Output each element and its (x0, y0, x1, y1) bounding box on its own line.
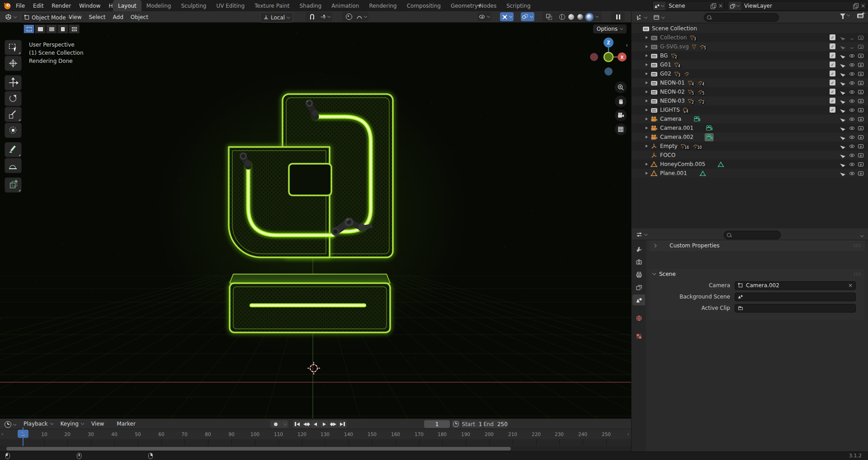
jump-to-start-button[interactable] (293, 420, 302, 428)
rendered-shading-button[interactable] (586, 14, 592, 20)
properties-tab[interactable] (632, 244, 645, 255)
start-frame-field[interactable]: Start1 (462, 420, 482, 428)
timeline-scrollbar[interactable] (0, 446, 631, 451)
tool-button[interactable] (5, 91, 22, 106)
outliner-editor-type-button[interactable] (633, 13, 650, 22)
viewport-menu[interactable]: View (65, 11, 85, 23)
current-frame-field[interactable]: 1 (424, 420, 450, 428)
workspace-tab[interactable]: Layout (113, 0, 142, 11)
selectable-toggle[interactable] (840, 80, 845, 85)
outliner-row[interactable]: Collection 3 ✓ (632, 33, 868, 42)
properties-tab[interactable] (632, 256, 645, 267)
selectable-toggle[interactable] (840, 134, 845, 140)
hide-viewport-toggle[interactable] (849, 34, 855, 41)
hide-viewport-toggle[interactable] (849, 152, 855, 158)
exclude-checkbox[interactable]: ✓ (830, 43, 835, 49)
expand-icon[interactable] (643, 100, 650, 102)
exclude-checkbox[interactable]: ✓ (830, 107, 835, 113)
topbar-menu[interactable]: File (12, 0, 29, 11)
properties-options-icon[interactable] (860, 232, 863, 238)
active-clip-field[interactable] (735, 304, 856, 313)
hide-viewport-toggle[interactable] (849, 80, 855, 86)
hide-render-toggle[interactable] (858, 71, 864, 77)
select-mode-invert[interactable] (57, 24, 68, 33)
jump-to-end-button[interactable] (338, 420, 347, 428)
selectable-toggle[interactable] (840, 143, 845, 149)
workspace-tab[interactable]: Sculpting (176, 0, 211, 11)
tool-button[interactable] (5, 158, 22, 173)
sidebar-collapse-icon[interactable]: ‹ (626, 42, 628, 48)
hide-viewport-toggle[interactable] (849, 89, 855, 95)
viewlayer-selector[interactable]: ViewLayer × (728, 1, 867, 11)
workspace-tab[interactable]: Compositing (402, 0, 446, 11)
navigation-gizmo[interactable]: Z X (588, 29, 629, 77)
timeline-tick-strip[interactable] (0, 439, 631, 446)
hide-render-toggle[interactable] (858, 170, 864, 176)
visibility-dropdown[interactable] (477, 12, 491, 21)
snap-dropdown[interactable] (318, 12, 332, 21)
scrollbar-thumb[interactable] (6, 447, 511, 451)
properties-tab[interactable] (632, 313, 645, 323)
viewlayer-name[interactable]: ViewLayer (741, 3, 852, 9)
outliner-row[interactable]: Empty 16 10 (632, 142, 868, 151)
hide-render-toggle[interactable] (858, 34, 864, 41)
camera-view-button[interactable] (615, 109, 627, 121)
hide-render-toggle[interactable] (858, 125, 864, 131)
scene-icon[interactable] (653, 1, 665, 10)
workspace-tab[interactable]: Scripting (501, 0, 535, 11)
end-frame-field[interactable]: End250 (484, 420, 507, 428)
camera-field[interactable]: Camera.002 × (735, 281, 856, 290)
hide-viewport-toggle[interactable] (849, 107, 855, 113)
wireframe-shading-button[interactable] (559, 14, 565, 20)
selectable-toggle[interactable] (840, 62, 845, 67)
selectable-toggle[interactable] (840, 44, 845, 49)
tool-button[interactable] (5, 40, 22, 55)
selectable-toggle[interactable] (840, 125, 845, 131)
tool-button[interactable] (5, 142, 22, 157)
play-reverse-button[interactable] (311, 420, 320, 428)
drag-handle-icon[interactable]: ∷∷ (854, 271, 861, 277)
overlays-toggle[interactable] (521, 12, 534, 21)
add-workspace-button[interactable]: + (473, 0, 486, 11)
workspace-tab[interactable]: UV Editing (211, 0, 250, 11)
expand-icon[interactable] (643, 90, 650, 93)
select-mode-intersect[interactable] (69, 24, 80, 33)
properties-editor-type-button[interactable] (633, 230, 650, 239)
outliner-row[interactable]: BG 2 ✓ (632, 51, 868, 60)
expand-icon[interactable] (643, 63, 650, 66)
hide-render-toggle[interactable] (858, 143, 864, 149)
play-button[interactable] (320, 420, 329, 428)
hide-viewport-toggle[interactable] (849, 71, 855, 77)
next-keyframe-button[interactable] (329, 420, 338, 428)
hide-render-toggle[interactable] (858, 43, 864, 50)
tool-button[interactable] (5, 123, 22, 138)
expand-icon[interactable] (643, 136, 650, 138)
exclude-checkbox[interactable]: ✓ (830, 71, 835, 76)
properties-search-input[interactable] (724, 231, 781, 239)
workspace-tab[interactable]: Rendering (364, 0, 401, 11)
expand-icon[interactable] (643, 163, 650, 166)
tool-button[interactable] (5, 56, 22, 71)
outliner-row[interactable]: Camera.001 (632, 123, 868, 133)
hide-viewport-toggle[interactable] (849, 161, 855, 167)
outliner-row[interactable]: G-SVG.svg 5 ✓ (632, 42, 868, 51)
clear-camera-icon[interactable]: × (848, 282, 853, 289)
hide-viewport-toggle[interactable] (849, 116, 855, 122)
hide-render-toggle[interactable] (858, 80, 864, 86)
playhead-line[interactable] (23, 427, 24, 446)
expand-icon[interactable] (643, 54, 650, 57)
viewport-canvas[interactable]: Options User Perspective (1) Scene Colle… (0, 23, 631, 418)
tool-button[interactable] (5, 75, 22, 90)
copy-scene-icon[interactable] (711, 3, 716, 9)
proportional-falloff-dropdown[interactable] (355, 12, 368, 21)
hide-viewport-toggle[interactable] (849, 143, 855, 149)
outliner-row[interactable]: NEON-03 2 2 ✓ (632, 96, 868, 105)
hide-render-toggle[interactable] (858, 52, 864, 59)
remove-viewlayer-icon[interactable]: × (859, 3, 867, 9)
selectable-toggle[interactable] (840, 152, 845, 158)
topbar-menu[interactable]: Window (75, 0, 104, 11)
timeline-collapse-icon[interactable]: ‹ (627, 431, 629, 437)
tool-button[interactable] (5, 177, 22, 193)
exclude-checkbox[interactable]: ✓ (830, 52, 835, 58)
zoom-button[interactable] (615, 81, 627, 93)
